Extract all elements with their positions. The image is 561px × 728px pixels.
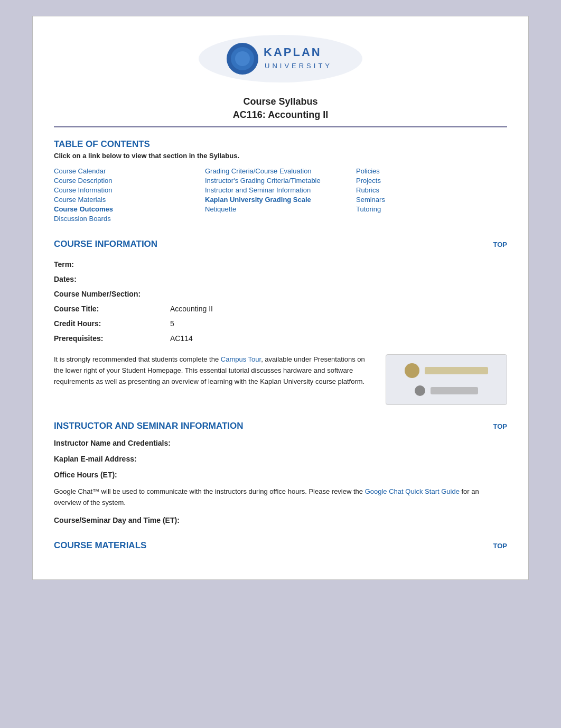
prerequisites-label: Prerequisites: — [54, 331, 170, 346]
course-materials-top-link[interactable]: TOP — [493, 542, 508, 550]
table-row: Dates: — [54, 272, 507, 287]
image-row-2 — [415, 385, 478, 396]
toc-link-policies[interactable]: Policies — [356, 167, 507, 175]
course-title-value: Accounting II — [170, 301, 507, 316]
table-row: Term: — [54, 257, 507, 272]
google-chat-link[interactable]: Google Chat Quick Start Guide — [365, 487, 460, 495]
course-number-label: Course Number/Section: — [54, 287, 170, 301]
kaplan-logo: KAPLAN UNIVERSITY — [196, 32, 365, 87]
toc-link-course-description[interactable]: Course Description — [54, 177, 205, 185]
svg-text:KAPLAN: KAPLAN — [264, 45, 322, 59]
image-row-1 — [405, 363, 488, 378]
svg-point-0 — [199, 35, 362, 82]
toc-col-3: Policies Projects Rubrics Seminars Tutor… — [356, 167, 507, 224]
term-label: Term: — [54, 257, 170, 272]
campus-tour-text: It is strongly recommended that students… — [54, 354, 375, 405]
office-hours-text: Google Chat™ will be used to communicate… — [54, 486, 507, 509]
course-info-heading: COURSE INFORMATION — [54, 239, 157, 250]
prerequisites-value: AC114 — [170, 331, 507, 346]
office-hours-text-before: Google Chat™ will be used to communicate… — [54, 487, 365, 495]
term-value — [170, 257, 507, 272]
course-materials-heading: COURSE MATERIALS — [54, 540, 146, 551]
page-container: KAPLAN UNIVERSITY Course Syllabus AC116:… — [32, 16, 529, 580]
image-bar-1 — [425, 367, 488, 374]
campus-tour-link[interactable]: Campus Tour — [221, 355, 261, 363]
dates-label: Dates: — [54, 272, 170, 287]
office-hours-label: Office Hours (ET): — [54, 471, 507, 479]
table-row: Course Number/Section: — [54, 287, 507, 301]
svg-text:UNIVERSITY: UNIVERSITY — [265, 62, 332, 70]
course-number-value — [170, 287, 507, 301]
logo-area: KAPLAN UNIVERSITY — [54, 32, 507, 87]
toc-link-course-calendar[interactable]: Course Calendar — [54, 167, 205, 175]
toc-heading: TABLE OF CONTENTS — [54, 139, 507, 150]
course-materials-section: COURSE MATERIALS TOP — [54, 540, 507, 551]
campus-tour-image — [386, 354, 507, 405]
image-circle-2 — [415, 385, 425, 396]
course-title-label: Course Title: — [54, 301, 170, 316]
toc-link-instructors-grading[interactable]: Instructor's Grading Criteria/Timetable — [205, 177, 356, 185]
page-title: Course Syllabus — [54, 96, 507, 107]
campus-tour-text-before: It is strongly recommended that students… — [54, 355, 221, 363]
credit-hours-label: Credit Hours: — [54, 316, 170, 331]
toc-link-course-information[interactable]: Course Information — [54, 186, 205, 194]
toc-subtext: Click on a link below to view that secti… — [54, 152, 507, 160]
toc-link-rubrics[interactable]: Rubrics — [356, 186, 507, 194]
toc-link-course-materials[interactable]: Course Materials — [54, 196, 205, 204]
table-row: Course Title: Accounting II — [54, 301, 507, 316]
toc-link-course-outcomes[interactable]: Course Outcomes — [54, 205, 205, 213]
instructor-header-row: INSTRUCTOR AND SEMINAR INFORMATION TOP — [54, 421, 507, 431]
instructor-info-block: Instructor Name and Credentials: Kaplan … — [54, 439, 507, 479]
kaplan-email-label: Kaplan E-mail Address: — [54, 455, 507, 463]
title-divider — [54, 126, 507, 127]
instructor-top-link[interactable]: TOP — [493, 422, 508, 430]
table-row: Credit Hours: 5 — [54, 316, 507, 331]
toc-link-netiquette[interactable]: Netiquette — [205, 205, 356, 213]
page-subtitle: AC116: Accounting II — [54, 109, 507, 121]
toc-link-seminars[interactable]: Seminars — [356, 196, 507, 204]
toc-col-2: Grading Criteria/Course Evaluation Instr… — [205, 167, 356, 224]
course-info-top-link[interactable]: TOP — [493, 241, 508, 248]
toc-columns: Course Calendar Course Description Cours… — [54, 167, 507, 224]
course-materials-header-row: COURSE MATERIALS TOP — [54, 540, 507, 551]
toc-link-discussion-boards[interactable]: Discussion Boards — [54, 215, 205, 223]
svg-point-3 — [235, 51, 250, 66]
dates-value — [170, 272, 507, 287]
instructor-name-label: Instructor Name and Credentials: — [54, 439, 507, 447]
toc-link-instructor-seminar[interactable]: Instructor and Seminar Information — [205, 186, 356, 194]
toc-link-projects[interactable]: Projects — [356, 177, 507, 185]
toc-link-tutoring[interactable]: Tutoring — [356, 205, 507, 213]
image-circle-1 — [405, 363, 419, 378]
toc-col-1: Course Calendar Course Description Cours… — [54, 167, 205, 224]
table-row: Prerequisites: AC114 — [54, 331, 507, 346]
image-bar-2 — [431, 387, 478, 394]
toc-link-kaplan-grading-scale[interactable]: Kaplan University Grading Scale — [205, 196, 356, 204]
credit-hours-value: 5 — [170, 316, 507, 331]
campus-tour-section: It is strongly recommended that students… — [54, 354, 507, 405]
course-info-table: Term: Dates: Course Number/Section: Cour… — [54, 257, 507, 346]
instructor-heading: INSTRUCTOR AND SEMINAR INFORMATION — [54, 421, 244, 431]
course-info-header-row: COURSE INFORMATION TOP — [54, 239, 507, 250]
toc-link-grading-criteria[interactable]: Grading Criteria/Course Evaluation — [205, 167, 356, 175]
seminar-day-label: Course/Seminar Day and Time (ET): — [54, 516, 507, 524]
